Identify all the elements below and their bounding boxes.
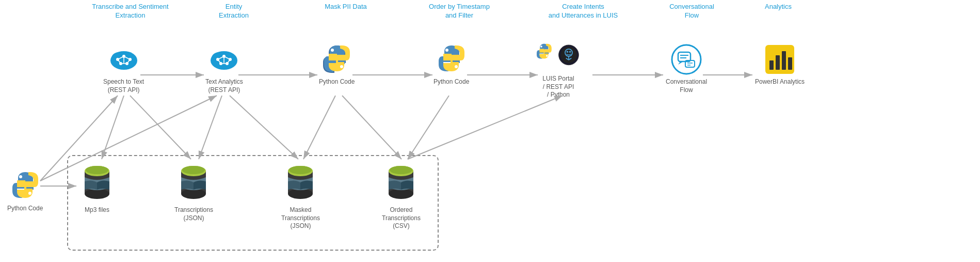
svg-line-93 bbox=[303, 96, 335, 159]
svg-line-89 bbox=[102, 96, 124, 159]
svg-line-90 bbox=[130, 96, 191, 159]
arrows-svg bbox=[0, 0, 980, 262]
svg-line-96 bbox=[408, 96, 563, 159]
svg-line-91 bbox=[199, 96, 222, 159]
diagram-container: { "stages": [ { "id": "transcribe", "lab… bbox=[0, 0, 980, 262]
svg-line-87 bbox=[40, 96, 118, 181]
svg-line-88 bbox=[40, 96, 217, 181]
svg-line-92 bbox=[230, 96, 298, 159]
svg-line-95 bbox=[408, 96, 449, 159]
svg-line-94 bbox=[342, 96, 401, 159]
